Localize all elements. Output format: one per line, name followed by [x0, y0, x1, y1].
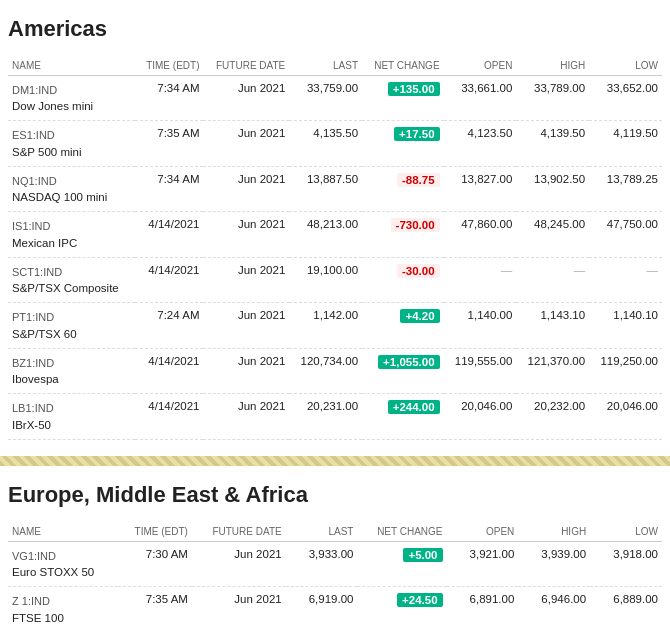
- last-cell: 6,919.00: [286, 587, 358, 624]
- time-cell: 4/14/2021: [135, 394, 203, 439]
- last-cell: 33,759.00: [289, 76, 362, 121]
- open-cell: 1,140.00: [444, 303, 517, 348]
- index-name: Dow Jones mini: [12, 100, 93, 112]
- table-row: Z 1:INDFTSE 1007:35 AMJun 20216,919.00+2…: [8, 587, 662, 624]
- low-cell: —: [589, 257, 662, 302]
- low-cell: 1,140.10: [589, 303, 662, 348]
- col-header-last: LAST: [286, 522, 358, 542]
- table-row: IS1:INDMexican IPC4/14/2021Jun 202148,21…: [8, 212, 662, 257]
- future-date-cell: Jun 2021: [203, 348, 289, 393]
- future-date-cell: Jun 2021: [203, 212, 289, 257]
- open-cell: 3,921.00: [447, 541, 519, 586]
- ticker: LB1:IND: [12, 402, 54, 414]
- future-date-cell: Jun 2021: [203, 121, 289, 166]
- index-name: S&P/TSX 60: [12, 328, 77, 340]
- table-row: DM1:INDDow Jones mini7:34 AMJun 202133,7…: [8, 76, 662, 121]
- high-cell: 4,139.50: [516, 121, 589, 166]
- time-cell: 7:30 AM: [118, 541, 192, 586]
- col-header-high: HIGH: [518, 522, 590, 542]
- future-date-cell: Jun 2021: [203, 257, 289, 302]
- open-cell: 13,827.00: [444, 166, 517, 211]
- change-badge: +17.50: [394, 127, 440, 141]
- time-cell: 4/14/2021: [135, 348, 203, 393]
- time-cell: 7:34 AM: [135, 76, 203, 121]
- low-cell: 47,750.00: [589, 212, 662, 257]
- name-cell: VG1:INDEuro STOXX 50: [8, 541, 118, 586]
- low-cell: 3,918.00: [590, 541, 662, 586]
- open-cell: —: [444, 257, 517, 302]
- net-change-cell: +135.00: [362, 76, 443, 121]
- table-row: NQ1:INDNASDAQ 100 mini7:34 AMJun 202113,…: [8, 166, 662, 211]
- net-change-cell: +24.50: [357, 587, 446, 624]
- last-cell: 20,231.00: [289, 394, 362, 439]
- future-date-cell: Jun 2021: [203, 166, 289, 211]
- low-cell: 33,652.00: [589, 76, 662, 121]
- net-change-cell: -30.00: [362, 257, 443, 302]
- high-cell: 48,245.00: [516, 212, 589, 257]
- col-header-name: NAME: [8, 522, 118, 542]
- name-cell: NQ1:INDNASDAQ 100 mini: [8, 166, 135, 211]
- name-cell: IS1:INDMexican IPC: [8, 212, 135, 257]
- high-cell: —: [516, 257, 589, 302]
- table-row: LB1:INDIBrX-504/14/2021Jun 202120,231.00…: [8, 394, 662, 439]
- time-cell: 7:24 AM: [135, 303, 203, 348]
- future-date-cell: Jun 2021: [203, 76, 289, 121]
- index-name: NASDAQ 100 mini: [12, 191, 107, 203]
- index-name: FTSE 100: [12, 612, 64, 624]
- col-header-open: OPEN: [444, 56, 517, 76]
- dash-icon: —: [501, 264, 513, 276]
- last-cell: 120,734.00: [289, 348, 362, 393]
- section-emea: Europe, Middle East & AfricaNAMETIME (ED…: [0, 466, 670, 624]
- index-name: S&P 500 mini: [12, 146, 81, 158]
- dash-icon: —: [574, 264, 586, 276]
- change-badge: +244.00: [388, 400, 440, 414]
- change-badge: +4.20: [400, 309, 439, 323]
- index-name: IBrX-50: [12, 419, 51, 431]
- last-cell: 13,887.50: [289, 166, 362, 211]
- section-title-emea: Europe, Middle East & Africa: [8, 478, 662, 508]
- name-cell: Z 1:INDFTSE 100: [8, 587, 118, 624]
- high-cell: 121,370.00: [516, 348, 589, 393]
- open-cell: 33,661.00: [444, 76, 517, 121]
- col-header-net-change: NET CHANGE: [357, 522, 446, 542]
- high-cell: 20,232.00: [516, 394, 589, 439]
- low-cell: 6,889.00: [590, 587, 662, 624]
- ticker: NQ1:IND: [12, 175, 57, 187]
- col-header-future-date: FUTURE DATE: [192, 522, 286, 542]
- index-name: Ibovespa: [12, 373, 59, 385]
- low-cell: 20,046.00: [589, 394, 662, 439]
- col-header-low: LOW: [590, 522, 662, 542]
- future-date-cell: Jun 2021: [203, 303, 289, 348]
- table-row: ES1:INDS&P 500 mini7:35 AMJun 20214,135.…: [8, 121, 662, 166]
- high-cell: 33,789.00: [516, 76, 589, 121]
- name-cell: LB1:INDIBrX-50: [8, 394, 135, 439]
- col-header-future-date: FUTURE DATE: [203, 56, 289, 76]
- change-badge: -730.00: [391, 218, 440, 232]
- ticker: DM1:IND: [12, 84, 57, 96]
- low-cell: 119,250.00: [589, 348, 662, 393]
- col-header-net-change: NET CHANGE: [362, 56, 443, 76]
- time-cell: 7:35 AM: [135, 121, 203, 166]
- table-row: SCT1:INDS&P/TSX Composite4/14/2021Jun 20…: [8, 257, 662, 302]
- change-badge: +5.00: [403, 548, 442, 562]
- net-change-cell: +5.00: [357, 541, 446, 586]
- section-title-americas: Americas: [8, 12, 662, 42]
- last-cell: 4,135.50: [289, 121, 362, 166]
- change-badge: +1,055.00: [378, 355, 439, 369]
- high-cell: 13,902.50: [516, 166, 589, 211]
- change-badge: -30.00: [397, 264, 440, 278]
- last-cell: 48,213.00: [289, 212, 362, 257]
- time-cell: 4/14/2021: [135, 257, 203, 302]
- table-row: VG1:INDEuro STOXX 507:30 AMJun 20213,933…: [8, 541, 662, 586]
- net-change-cell: -88.75: [362, 166, 443, 211]
- col-header-high: HIGH: [516, 56, 589, 76]
- high-cell: 6,946.00: [518, 587, 590, 624]
- open-cell: 6,891.00: [447, 587, 519, 624]
- ticker: IS1:IND: [12, 220, 51, 232]
- dash-icon: —: [647, 264, 659, 276]
- open-cell: 4,123.50: [444, 121, 517, 166]
- time-cell: 4/14/2021: [135, 212, 203, 257]
- net-change-cell: +244.00: [362, 394, 443, 439]
- net-change-cell: -730.00: [362, 212, 443, 257]
- ticker: VG1:IND: [12, 550, 56, 562]
